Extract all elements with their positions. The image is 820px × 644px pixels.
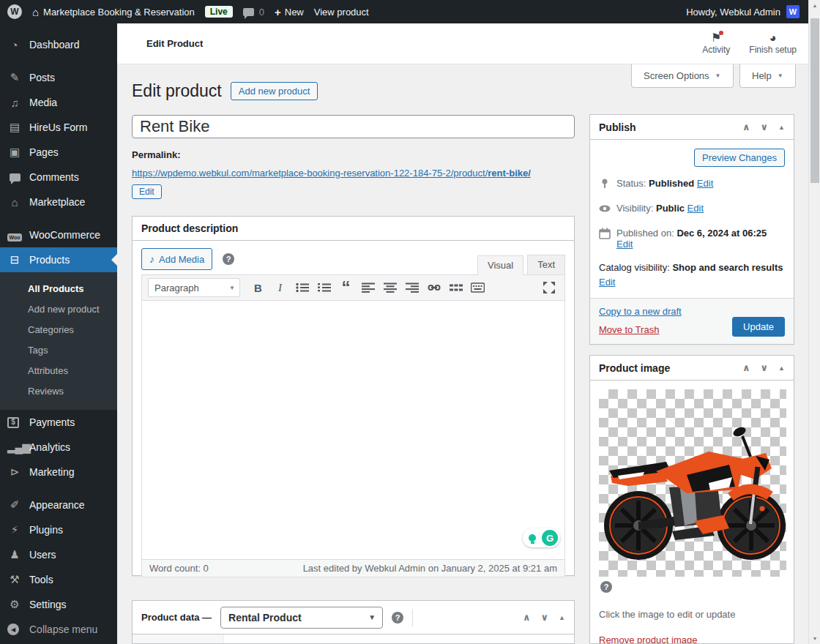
sidebar-item-marketing[interactable]: ⊳ Marketing [0,460,117,484]
move-down-icon[interactable]: ∨ [761,121,769,132]
sidebar-item-posts[interactable]: ✎ Posts [0,65,117,90]
italic-button[interactable]: I [270,279,290,296]
paragraph-format-select[interactable]: Paragraph [148,278,240,297]
new-label: New [285,7,304,18]
toggle-panel-icon[interactable]: ▲ [778,124,785,131]
submenu-item-tags[interactable]: Tags [0,340,117,360]
sidebar-item-appearance[interactable]: ✐ Appearance [0,493,117,517]
submenu-item-all-products[interactable]: All Products [0,278,117,299]
sidebar-item-comments[interactable]: Comments [0,165,117,190]
activity-label: Activity [702,45,730,55]
scroll-up-arrow[interactable]: ▲ [809,3,820,8]
bullet-list-button[interactable] [292,279,312,296]
editor-toolbar: Paragraph ▼ B I “ [142,275,564,301]
sidebar-item-marketplace[interactable]: ⌂ Marketplace [0,190,117,214]
read-more-tag-button[interactable] [446,279,466,296]
move-up-icon[interactable]: ∧ [742,362,750,373]
sidebar-item-products[interactable]: ⊟ Products [0,247,117,272]
bold-button[interactable]: B [248,279,268,296]
move-to-trash-link[interactable]: Move to Trash [599,324,659,335]
submenu-item-attributes[interactable]: Attributes [0,360,117,381]
toggle-panel-icon[interactable]: ▲ [778,364,785,372]
grammarly-logo-icon[interactable]: G [542,530,558,546]
sidebar-item-users[interactable]: ♟ Users [0,542,117,567]
sidebar-item-tools[interactable]: ⚒ Tools [0,567,117,592]
move-down-icon[interactable]: ∨ [761,362,769,373]
sidebar-item-hireus-form[interactable]: ▤ HireUs Form [0,115,117,140]
tab-visual[interactable]: Visual [477,255,523,275]
preview-changes-button[interactable]: Preview Changes [694,149,785,167]
product-type-select[interactable]: Rental Product [220,607,383,629]
collapse-menu-button[interactable]: ◀ Collapse menu [0,617,117,642]
toolbar-toggle-button[interactable] [468,279,488,296]
permalink-url[interactable]: https://wpdemo.webkul.com/marketplace-bo… [132,168,531,179]
editor-content-area[interactable]: G [142,301,564,559]
toggle-panel-icon[interactable]: ▲ [559,614,565,621]
image-help-icon[interactable]: ? [600,581,612,593]
user-avatar[interactable]: W [786,5,800,18]
insert-link-button[interactable] [424,279,444,296]
edit-visibility-link[interactable]: Edit [687,203,704,214]
sidebar-item-plugins[interactable]: ⚡ Plugins [0,517,117,542]
view-product-link[interactable]: View product [314,7,369,18]
move-up-icon[interactable]: ∧ [742,121,750,132]
help-button[interactable]: Help ▼ [739,64,796,88]
sidebar-item-woocommerce[interactable]: Woo WooCommerce [0,222,117,247]
product-type-help-icon[interactable]: ? [392,612,403,624]
tab-text[interactable]: Text [527,255,565,274]
sidebar-item-pages[interactable]: ▣ Pages [0,140,117,165]
align-center-button[interactable] [380,279,400,296]
align-left-button[interactable] [358,279,378,296]
wordpress-logo-icon[interactable]: W [7,4,22,19]
product-title-input[interactable] [132,115,575,138]
activity-button[interactable]: ⚑ Activity [702,32,730,55]
published-on-value: Dec 6, 2024 at 06:25 [676,228,767,239]
remove-product-image-link[interactable]: Remove product image [599,634,697,644]
word-count: Word count: 0 [149,563,209,574]
sidebar-item-label: Posts [29,72,55,83]
megaphone-icon: ⊳ [7,465,22,479]
sidebar-item-settings[interactable]: ⚙ Settings [0,592,117,617]
sidebar-item-payments[interactable]: $ Payments [0,410,117,435]
add-media-button[interactable]: ♪ Add Media [141,248,212,270]
site-name-link[interactable]: ⌂ Marketplace Booking & Reservation [32,6,195,18]
status-value: Published [649,178,694,189]
brush-icon: ✐ [7,498,22,512]
sidebar-item-label: Tools [29,574,53,585]
update-button[interactable]: Update [732,317,785,337]
sidebar-item-media[interactable]: ♫ Media [0,90,117,115]
posts-icon: ✎ [7,71,22,84]
scrollbar-thumb[interactable] [810,18,819,183]
screen-options-button[interactable]: Screen Options ▼ [631,64,734,88]
editor-help-icon[interactable]: ? [223,253,234,265]
sidebar-item-analytics[interactable]: ▂▄▆ Analytics [0,435,117,460]
fullscreen-button[interactable] [539,279,559,296]
permalink-label: Permalink: [132,149,531,160]
edit-catalog-link[interactable]: Edit [599,277,615,288]
blockquote-button[interactable]: “ [336,282,356,293]
align-right-button[interactable] [402,279,422,296]
finish-setup-button[interactable]: ◕ Finish setup [749,32,797,55]
comment-bubble-icon [243,8,254,16]
product-image-thumbnail[interactable] [599,389,786,577]
comments-shortcut[interactable]: 0 [243,7,264,18]
howdy-text[interactable]: Howdy, Webkul Admin [686,7,780,18]
numbered-list-button[interactable] [314,279,334,296]
edit-published-link[interactable]: Edit [616,239,633,250]
permalink-edit-button[interactable]: Edit [132,184,162,199]
add-new-product-button[interactable]: Add new product [231,82,318,100]
move-up-icon[interactable]: ∧ [523,612,531,623]
sidebar-item-dashboard[interactable]: ◔ Dashboard [0,32,117,57]
store-icon: ⌂ [7,196,22,209]
woocommerce-header: Edit Product ⚑ Activity ◕ Finish setup [117,23,808,64]
grammarly-suggestion-icon[interactable] [525,530,540,546]
edit-status-link[interactable]: Edit [697,178,713,189]
submenu-item-categories[interactable]: Categories [0,319,117,340]
submenu-item-reviews[interactable]: Reviews [0,381,117,401]
copy-to-draft-link[interactable]: Copy to a new draft [599,306,682,317]
submenu-item-add-new-product[interactable]: Add new product [0,299,117,319]
publish-panel: Publish ∧ ∨ ▲ Preview Changes Status: Pu… [589,114,794,345]
new-content-menu[interactable]: + New [275,6,304,18]
move-down-icon[interactable]: ∨ [541,612,549,623]
scroll-down-arrow[interactable]: ▼ [809,636,820,641]
